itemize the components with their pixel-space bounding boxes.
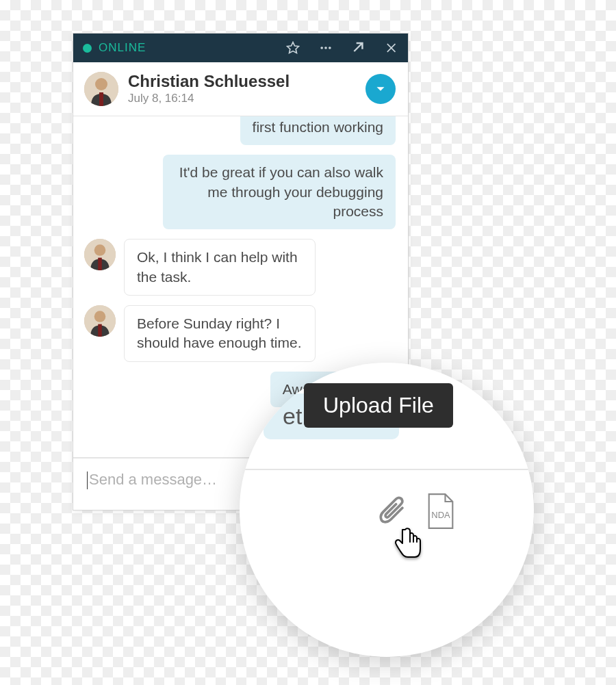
message-bubble: first function working: [240, 116, 396, 145]
nda-document-icon[interactable]: NDA: [426, 493, 456, 532]
cursor-hand-icon: [390, 526, 424, 568]
message-input-placeholder: Send a message…: [89, 471, 217, 488]
message-row: Ok, I think I can help with the task.: [84, 239, 396, 296]
svg-rect-12: [98, 324, 102, 337]
message-bubble: Before Sunday right? I should have enoug…: [124, 305, 316, 362]
message-row: It'd be great if you can also walk me th…: [84, 155, 396, 229]
message-row: Before Sunday right? I should have enoug…: [84, 305, 396, 362]
popout-icon[interactable]: [352, 41, 365, 55]
svg-point-8: [94, 245, 106, 257]
status-label: ONLINE: [99, 41, 146, 55]
upload-file-tooltip: Upload File: [304, 383, 453, 428]
svg-rect-9: [98, 258, 102, 270]
star-icon[interactable]: [286, 41, 300, 55]
titlebar: ONLINE: [73, 34, 408, 62]
message-bubble: Ok, I think I can help with the task.: [124, 239, 316, 296]
svg-point-1: [320, 47, 323, 49]
message-avatar: [84, 305, 116, 337]
svg-point-3: [329, 47, 331, 49]
status-indicator-dot: [83, 44, 92, 53]
svg-point-2: [324, 47, 327, 49]
expand-button[interactable]: [365, 74, 396, 104]
zoom-divider: [240, 469, 534, 470]
svg-rect-6: [99, 92, 103, 106]
message-row: first function working: [84, 116, 396, 145]
svg-point-11: [94, 311, 106, 322]
contact-name: Christian Schluessel: [128, 73, 356, 90]
more-icon[interactable]: [319, 41, 333, 55]
message-bubble: It'd be great if you can also walk me th…: [163, 155, 396, 229]
text-caret: [87, 471, 88, 489]
nda-label: NDA: [431, 510, 450, 520]
close-icon[interactable]: [385, 41, 398, 55]
message-avatar: [84, 239, 116, 270]
contact-avatar: [84, 72, 118, 106]
chat-header: Christian Schluessel July 8, 16:14: [73, 62, 408, 116]
svg-point-5: [95, 78, 107, 90]
chevron-down-icon: [373, 81, 388, 96]
svg-marker-0: [287, 42, 299, 53]
contact-timestamp: July 8, 16:14: [128, 92, 356, 105]
contact-info: Christian Schluessel July 8, 16:14: [128, 73, 356, 105]
